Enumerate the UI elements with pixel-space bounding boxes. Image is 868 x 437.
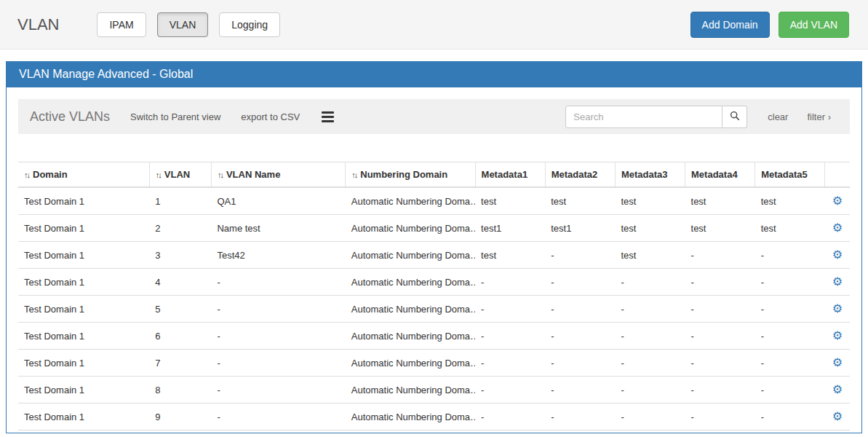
topbar: VLAN IPAMVLANLogging Add Domain Add VLAN (0, 0, 868, 50)
chevron-right-icon: › (828, 112, 831, 122)
cell-metadata1: - (475, 350, 545, 377)
gear-icon[interactable]: ⚙ (832, 302, 843, 315)
cell-vlan_name: Name test (211, 215, 345, 242)
column-header-domain[interactable]: ↑↓Domain (18, 162, 149, 188)
cell-vlan: 5 (149, 296, 211, 323)
sort-icon: ↑↓ (351, 170, 357, 179)
cell-metadata4: test (685, 187, 755, 215)
gear-icon[interactable]: ⚙ (832, 355, 843, 369)
cell-vlan: 4 (149, 269, 211, 296)
search-group (565, 106, 747, 128)
cell-domain: Test Domain 1 (18, 242, 149, 269)
filter-label: filter (807, 111, 825, 122)
cell-metadata5: - (755, 269, 825, 296)
table-row: Test Domain 19-Automatic Numbering Doma…… (18, 403, 850, 430)
cell-vlan_name: - (211, 403, 345, 430)
cell-metadata4: - (685, 269, 755, 296)
column-header-vlan[interactable]: ↑↓VLAN (149, 162, 211, 188)
page-title: VLAN (17, 15, 59, 34)
gear-icon[interactable]: ⚙ (832, 328, 843, 342)
cell-metadata1: - (475, 296, 545, 323)
tab-ipam[interactable]: IPAM (97, 12, 146, 37)
topbar-actions: Add Domain Add VLAN (690, 12, 849, 38)
cell-vlan_name: - (211, 323, 345, 350)
cell-metadata2: - (545, 430, 615, 434)
sort-icon: ↑↓ (218, 170, 223, 179)
cell-domain: Test Domain 1 (18, 350, 149, 377)
filter-link[interactable]: filter› (807, 111, 831, 122)
column-header-vlan_name[interactable]: ↑↓VLAN Name (211, 162, 345, 188)
cell-domain: Test Domain 1 (18, 323, 149, 350)
export-csv-link[interactable]: export to CSV (241, 111, 300, 122)
table-row: Test Domain 12Name testAutomatic Numberi… (18, 215, 850, 242)
table-row: Test Domain 17-Automatic Numbering Doma…… (18, 350, 850, 377)
cell-metadata5: - (755, 323, 825, 350)
row-actions-cell: ⚙ (825, 350, 850, 377)
cell-numbering_domain: Automatic Numbering Doma… (346, 403, 475, 430)
cell-metadata5: - (755, 403, 825, 430)
cell-vlan: 7 (149, 350, 211, 377)
cell-vlan_name: - (211, 269, 345, 296)
column-label: Metadata5 (761, 169, 808, 180)
gear-icon[interactable]: ⚙ (832, 248, 843, 261)
column-label: Metadata4 (691, 169, 738, 180)
gear-icon[interactable]: ⚙ (832, 382, 843, 396)
cell-metadata3: - (615, 377, 685, 403)
add-vlan-button[interactable]: Add VLAN (779, 12, 849, 38)
cell-vlan_name: - (211, 296, 345, 323)
cell-metadata3: test (615, 215, 685, 242)
row-actions-cell: ⚙ (825, 215, 850, 242)
cell-domain: Test Domain 1 (18, 269, 149, 296)
cell-metadata2: - (545, 350, 615, 377)
cell-vlan_name: Test42 (211, 242, 345, 269)
cell-metadata4: - (685, 403, 755, 430)
cell-metadata4: - (685, 242, 755, 269)
column-label: Metadata2 (552, 169, 598, 180)
cell-numbering_domain: Automatic Numbering Doma… (346, 215, 475, 242)
cell-metadata4: - (685, 350, 755, 377)
sort-icon: ↑↓ (156, 170, 161, 179)
cell-metadata2: - (545, 242, 615, 269)
cell-vlan_name: - (211, 377, 345, 403)
gear-icon[interactable]: ⚙ (832, 221, 843, 235)
tab-vlan[interactable]: VLAN (157, 12, 209, 37)
cell-metadata1: test (475, 242, 545, 269)
cell-domain: Test Domain 1 (18, 403, 149, 430)
column-header-metadata5: Metadata5 (755, 162, 825, 188)
cell-vlan: 9 (149, 403, 211, 430)
panel-heading: VLAN Manage Advanced - Global (7, 62, 861, 87)
toolbar-title: Active VLANs (30, 109, 110, 125)
row-actions-cell: ⚙ (825, 269, 850, 296)
add-domain-button[interactable]: Add Domain (690, 12, 770, 38)
cell-metadata2: - (545, 403, 615, 430)
column-label: VLAN Name (226, 169, 280, 180)
switch-parent-view-link[interactable]: Switch to Parent view (130, 111, 220, 122)
cell-metadata1: - (475, 269, 545, 296)
column-label: Numbering Domain (360, 169, 447, 180)
gear-icon[interactable]: ⚙ (832, 409, 843, 423)
gear-icon[interactable]: ⚙ (832, 194, 843, 208)
gear-icon[interactable]: ⚙ (832, 275, 843, 288)
column-header-numbering_domain[interactable]: ↑↓Numbering Domain (346, 162, 475, 188)
menu-icon[interactable] (320, 108, 335, 126)
column-label: Metadata3 (621, 169, 668, 180)
vlan-table: ↑↓Domain↑↓VLAN↑↓VLAN Name↑↓Numbering Dom… (18, 162, 850, 433)
row-actions-cell: ⚙ (825, 403, 850, 430)
search-input[interactable] (565, 106, 722, 128)
cell-numbering_domain: Automatic Numbering Doma… (346, 430, 475, 434)
cell-domain: Test Domain 1 (18, 430, 149, 434)
cell-metadata5: test (755, 187, 825, 215)
table-header-row: ↑↓Domain↑↓VLAN↑↓VLAN Name↑↓Numbering Dom… (18, 162, 850, 188)
row-actions-cell: ⚙ (825, 187, 850, 215)
panel-body: Active VLANs Switch to Parent view expor… (7, 87, 861, 433)
cell-metadata2: - (545, 377, 615, 403)
cell-metadata4: - (685, 323, 755, 350)
row-actions-cell: ⚙ (825, 377, 850, 403)
search-button[interactable] (722, 106, 747, 128)
table-row: Test Domain 15-Automatic Numbering Doma…… (18, 296, 850, 323)
tab-logging[interactable]: Logging (219, 12, 280, 37)
table-row: Test Domain 14-Automatic Numbering Doma…… (18, 269, 850, 296)
cell-metadata1: - (475, 403, 545, 430)
cell-metadata2: - (545, 269, 615, 296)
clear-link[interactable]: clear (768, 111, 788, 122)
